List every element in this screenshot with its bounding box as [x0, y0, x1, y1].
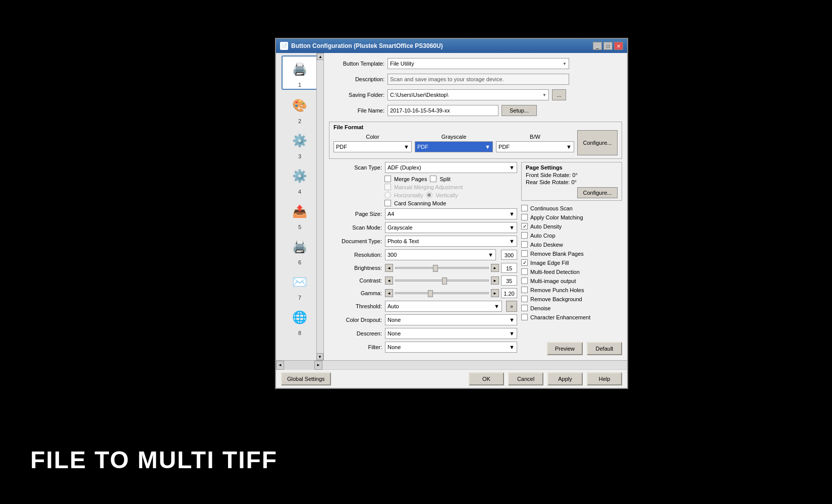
- right-checkboxes: Continuous Scan Apply Color Matching Aut…: [521, 205, 622, 323]
- apply-button[interactable]: Apply: [547, 372, 583, 385]
- format-columns: Color PDF ▼ Grayscale PDF ▼: [334, 130, 618, 155]
- continuous-scan-checkbox[interactable]: [521, 205, 528, 211]
- auto-density-checkbox[interactable]: [521, 223, 528, 230]
- button-item-1[interactable]: 🖨️ 1: [282, 55, 318, 90]
- document-type-combo[interactable]: Photo & Text ▼: [385, 236, 517, 247]
- filter-combo[interactable]: None ▼: [385, 342, 517, 353]
- button-icon-4: ⚙️: [289, 165, 311, 187]
- button-icon-8: 🌐: [289, 306, 311, 328]
- file-format-configure-button[interactable]: Configure...: [577, 130, 618, 155]
- resolution-combo[interactable]: 300 ▼: [385, 249, 496, 260]
- descreen-combo[interactable]: None ▼: [385, 328, 517, 339]
- brightness-left-arrow[interactable]: ◄: [385, 264, 393, 272]
- gamma-thumb[interactable]: [428, 290, 433, 297]
- saving-folder-dropdown[interactable]: C:\Users\User\Desktop\ ▼: [387, 89, 549, 100]
- auto-density-label: Auto Density: [530, 223, 562, 230]
- close-button[interactable]: ✕: [614, 42, 623, 50]
- apply-color-matching-checkbox[interactable]: [521, 214, 528, 220]
- remove-blank-pages-checkbox[interactable]: [521, 250, 528, 257]
- document-type-row: Document Type: Photo & Text ▼: [329, 236, 517, 247]
- preview-button[interactable]: Preview: [547, 342, 583, 355]
- denoise-checkbox[interactable]: [521, 305, 528, 311]
- color-dropout-combo[interactable]: None ▼: [385, 314, 517, 325]
- bottom-bar: Global Settings OK Cancel Apply Help: [276, 369, 627, 388]
- scroll-left-arrow[interactable]: ◄: [276, 361, 284, 370]
- scroll-down-arrow[interactable]: ▼: [316, 353, 323, 360]
- gamma-left-arrow[interactable]: ◄: [385, 289, 393, 297]
- button-item-4[interactable]: ⚙️ 4: [282, 163, 318, 196]
- help-button[interactable]: Help: [587, 372, 622, 385]
- gamma-label: Gamma:: [329, 290, 382, 296]
- color-format-dropdown[interactable]: PDF ▼: [334, 141, 412, 152]
- button-item-8[interactable]: 🌐 8: [282, 305, 318, 337]
- button-item-3[interactable]: ⚙️ 3: [282, 128, 318, 160]
- button-item-5[interactable]: 📤 5: [282, 199, 318, 231]
- remove-background-checkbox[interactable]: [521, 296, 528, 302]
- bw-format-dropdown[interactable]: PDF ▼: [496, 141, 574, 152]
- page-size-combo[interactable]: A4 ▼: [385, 208, 517, 219]
- vertically-radio[interactable]: [426, 192, 432, 198]
- merge-pages-checkbox[interactable]: [384, 176, 391, 182]
- brightness-value[interactable]: 15: [501, 263, 517, 273]
- multifeed-detection-checkbox[interactable]: [521, 268, 528, 275]
- gamma-track[interactable]: [395, 292, 489, 294]
- brightness-right-arrow[interactable]: ►: [491, 264, 499, 272]
- threshold-extra-btn[interactable]: »: [506, 301, 517, 312]
- contrast-row: Contrast: ◄ ► 35: [329, 275, 517, 286]
- button-item-7[interactable]: ✉️ 7: [282, 269, 318, 302]
- app-icon: 📄: [280, 42, 288, 50]
- scan-mode-combo[interactable]: Grayscale ▼: [385, 222, 517, 233]
- description-value: Scan and save images to your storage dev…: [387, 74, 569, 85]
- contrast-left-arrow[interactable]: ◄: [385, 276, 393, 285]
- scroll-right-arrow[interactable]: ►: [314, 361, 322, 370]
- title-controls: _ □ ✕: [593, 42, 623, 50]
- contrast-value[interactable]: 35: [501, 275, 517, 286]
- character-enhancement-checkbox[interactable]: [521, 314, 528, 320]
- document-type-label: Document Type:: [329, 238, 382, 244]
- scroll-track[interactable]: [284, 361, 314, 370]
- descreen-label: Descreen:: [329, 330, 382, 337]
- setup-button[interactable]: Setup...: [502, 105, 537, 116]
- file-format-title: File Format: [334, 124, 363, 130]
- default-button[interactable]: Default: [587, 342, 622, 355]
- contrast-track[interactable]: [395, 279, 489, 282]
- color-format-label: Color: [366, 134, 379, 140]
- button-item-2[interactable]: 🎨 2: [282, 93, 318, 125]
- ok-button[interactable]: OK: [469, 372, 504, 385]
- gamma-right-arrow[interactable]: ►: [491, 289, 499, 297]
- split-checkbox[interactable]: [430, 176, 436, 182]
- gamma-value[interactable]: 1.20: [501, 288, 517, 298]
- maximize-button[interactable]: □: [603, 42, 613, 50]
- button-template-row: Button Template: File Utility ▼: [329, 58, 622, 69]
- color-dropdown-arrow: ▼: [404, 144, 409, 150]
- cancel-button[interactable]: Cancel: [508, 372, 543, 385]
- auto-crop-label: Auto Crop: [530, 233, 556, 239]
- global-settings-button[interactable]: Global Settings: [281, 372, 331, 385]
- remove-punch-holes-checkbox[interactable]: [521, 287, 528, 293]
- scan-type-combo[interactable]: ADF (Duplex) ▼: [385, 162, 517, 173]
- auto-crop-checkbox[interactable]: [521, 232, 528, 239]
- multiimage-output-checkbox[interactable]: [521, 277, 528, 284]
- grayscale-format-dropdown[interactable]: PDF ▼: [415, 141, 493, 152]
- contrast-right-arrow[interactable]: ►: [491, 276, 499, 285]
- minimize-button[interactable]: _: [593, 42, 602, 50]
- button-item-6[interactable]: 🖨️ 6: [282, 234, 318, 266]
- manual-merging-checkbox[interactable]: [384, 184, 391, 190]
- auto-deskew-checkbox[interactable]: [521, 241, 528, 248]
- brightness-thumb[interactable]: [433, 265, 438, 272]
- button-template-value: File Utility: [390, 61, 414, 67]
- card-scanning-checkbox[interactable]: [384, 200, 391, 206]
- button-template-dropdown[interactable]: File Utility ▼: [387, 58, 569, 69]
- threshold-combo[interactable]: Auto ▼: [385, 301, 502, 312]
- horizontally-radio[interactable]: [384, 192, 391, 198]
- page-settings-configure-button[interactable]: Configure...: [577, 187, 618, 198]
- card-scanning-label: Card Scanning Mode: [394, 200, 446, 206]
- brightness-track[interactable]: [395, 267, 489, 269]
- browse-button[interactable]: ...: [552, 89, 566, 100]
- scroll-up-arrow[interactable]: ▲: [317, 53, 324, 60]
- left-scrollbar[interactable]: ▲: [316, 53, 323, 360]
- image-edge-fill-checkbox[interactable]: [521, 259, 528, 266]
- file-name-input[interactable]: 2017-10-16-15-54-39-xx: [387, 105, 498, 116]
- contrast-thumb[interactable]: [442, 277, 447, 285]
- resolution-value2[interactable]: 300: [501, 250, 517, 260]
